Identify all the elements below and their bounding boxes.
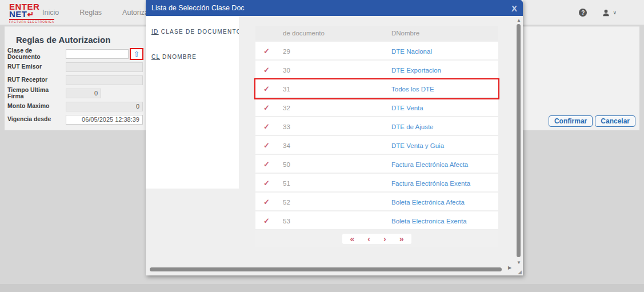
row-name-link[interactable]: DTE Venta y Guia [391, 142, 444, 149]
check-icon[interactable]: ✓ [263, 122, 270, 131]
table-body: ✓ 29 DTE Nacional ✓ 30 DTE Exportacion ✓… [255, 42, 498, 230]
row-name-link[interactable]: DTE Nacional [391, 48, 432, 55]
table-pagination-bar: «‹›» [255, 230, 498, 247]
help-icon[interactable]: ? [579, 9, 587, 17]
modal-title: Lista de Selección Clase Doc [151, 4, 511, 12]
check-icon[interactable]: ✓ [263, 103, 270, 112]
vigencia-desde-field[interactable] [66, 115, 143, 125]
rut-receptor-label: RUT Receptor [7, 77, 66, 83]
header-name[interactable]: DNombre [391, 30, 498, 37]
table-header-row: de documento DNombre [255, 26, 498, 41]
form-row-monto-maximo: Monto Maximo [7, 101, 143, 111]
table-row[interactable]: ✓ 31 Todos los DTE [255, 79, 498, 98]
first-page-icon[interactable]: « [350, 235, 355, 243]
row-name-link[interactable]: DTE de Ajuste [391, 123, 434, 130]
prev-page-icon[interactable]: ‹ [367, 235, 370, 243]
form-row-rut-emisor: RUT Emisor [7, 62, 143, 72]
table-row[interactable]: ✓ 51 Factura Electrónica Exenta [255, 174, 498, 193]
check-icon[interactable]: ✓ [263, 85, 270, 93]
check-icon[interactable]: ✓ [263, 198, 270, 206]
table-row[interactable]: ✓ 30 DTE Exportacion [255, 61, 498, 79]
rut-emisor-label: RUT Emisor [7, 63, 66, 70]
form-row-vigencia-desde: Vigencia desde [7, 114, 143, 125]
header-code[interactable]: de documento [277, 30, 391, 37]
table-row[interactable]: ✓ 33 DTE de Ajuste [255, 117, 498, 136]
scroll-up-icon[interactable]: ▲ [517, 18, 521, 23]
row-code: 32 [283, 105, 290, 111]
pager: «‹›» [342, 234, 412, 244]
row-code: 30 [283, 67, 290, 74]
tiempo-ultima-firma-label: Tiempo Ultima Firma [7, 87, 66, 99]
horizontal-scrollbar[interactable] [150, 267, 502, 271]
monto-maximo-field [66, 102, 143, 111]
modal-field-list: ID CLASE DE DOCUMENTOCL DNOMBRE [146, 16, 239, 189]
window-bottom-edge [0, 284, 644, 292]
resize-grip-icon[interactable]: ◢ [518, 269, 522, 275]
user-icon [602, 9, 610, 17]
row-name-link[interactable]: Factura Electrónica Afecta [391, 161, 468, 168]
selection-modal: Lista de Selección Clase Doc X ID CLASE … [146, 0, 523, 275]
scroll-down-icon[interactable]: ▼ [517, 260, 521, 265]
header-icons: ? ∨ [579, 0, 617, 25]
row-code: 50 [283, 161, 290, 168]
clase-documento-field[interactable] [66, 49, 129, 59]
row-code: 53 [283, 218, 290, 225]
row-code: 31 [283, 86, 290, 93]
user-menu[interactable]: ∨ [602, 9, 617, 17]
check-icon[interactable]: ✓ [263, 160, 270, 169]
row-name-link[interactable]: DTE Exportacion [391, 67, 441, 74]
annotation-box-lookup: ⇧ [130, 48, 143, 60]
check-icon[interactable]: ✓ [263, 179, 270, 187]
row-code: 34 [283, 142, 290, 149]
modal-titlebar[interactable]: Lista de Selección Clase Doc X [146, 0, 523, 16]
scroll-right-icon[interactable]: ▶ [508, 265, 511, 270]
table-row[interactable]: ✓ 29 DTE Nacional [255, 42, 498, 61]
chevron-down-icon: ∨ [613, 10, 617, 15]
logo-return-arrow-icon: ↵ [27, 10, 34, 19]
next-page-icon[interactable]: › [383, 235, 386, 243]
row-code: 33 [283, 123, 290, 130]
rut-emisor-field [66, 62, 143, 72]
row-code: 29 [283, 48, 290, 55]
rut-receptor-field [66, 75, 143, 85]
check-icon[interactable]: ✓ [263, 47, 270, 55]
check-icon[interactable]: ✓ [263, 141, 270, 150]
monto-maximo-label: Monto Maximo [7, 103, 66, 109]
table-row[interactable]: ✓ 52 Boleta Electrónica Afecta [255, 193, 498, 211]
vigencia-desde-label: Vigencia desde [7, 116, 66, 122]
check-icon[interactable]: ✓ [263, 217, 270, 225]
nav-item-reglas[interactable]: Reglas [79, 9, 102, 17]
table-row[interactable]: ✓ 32 DTE Venta [255, 98, 498, 117]
row-name-link[interactable]: Factura Electrónica Exenta [391, 180, 470, 187]
row-code: 52 [283, 199, 290, 206]
form-row-rut-receptor: RUT Receptor [7, 75, 143, 85]
clase-documento-label: Clase de Documento [7, 47, 66, 60]
confirm-button[interactable]: Confirmar [549, 115, 593, 127]
check-icon[interactable]: ✓ [263, 66, 270, 74]
table-row[interactable]: ✓ 34 DTE Venta y Guia [255, 136, 498, 155]
row-name-link[interactable]: Boleta Electronica Exenta [391, 218, 467, 225]
modal-field-dnombre[interactable]: CL DNOMBRE [151, 54, 239, 60]
lookup-arrow-icon[interactable]: ⇧ [134, 50, 140, 58]
form-actions: Confirmar Cancelar [549, 115, 635, 127]
last-page-icon[interactable]: » [399, 235, 404, 243]
modal-field-clase-de-documento[interactable]: ID CLASE DE DOCUMENTO [151, 29, 239, 35]
form-row-clase-documento: Clase de Documento ⇧ [7, 49, 143, 59]
form-row-tiempo-ultima-firma: Tiempo Ultima Firma [7, 88, 101, 98]
table-row[interactable]: ✓ 50 Factura Electrónica Afecta [255, 155, 498, 174]
row-name-link[interactable]: Todos los DTE [391, 86, 434, 93]
row-name-link[interactable]: Boleta Electrónica Afecta [391, 199, 465, 206]
close-icon[interactable]: X [511, 3, 517, 13]
table-row[interactable]: ✓ 53 Boleta Electronica Exenta [255, 211, 498, 230]
row-code: 51 [283, 180, 290, 187]
vertical-scrollbar[interactable] [517, 24, 521, 257]
cancel-button[interactable]: Cancelar [595, 115, 635, 127]
tiempo-ultima-firma-field [66, 89, 101, 98]
nav-item-inicio[interactable]: Inicio [42, 9, 59, 17]
document-table: de documento DNombre ✓ 29 DTE Nacional ✓… [255, 26, 498, 247]
row-name-link[interactable]: DTE Venta [391, 105, 423, 111]
page-title: Reglas de Autorizacion [16, 35, 110, 45]
